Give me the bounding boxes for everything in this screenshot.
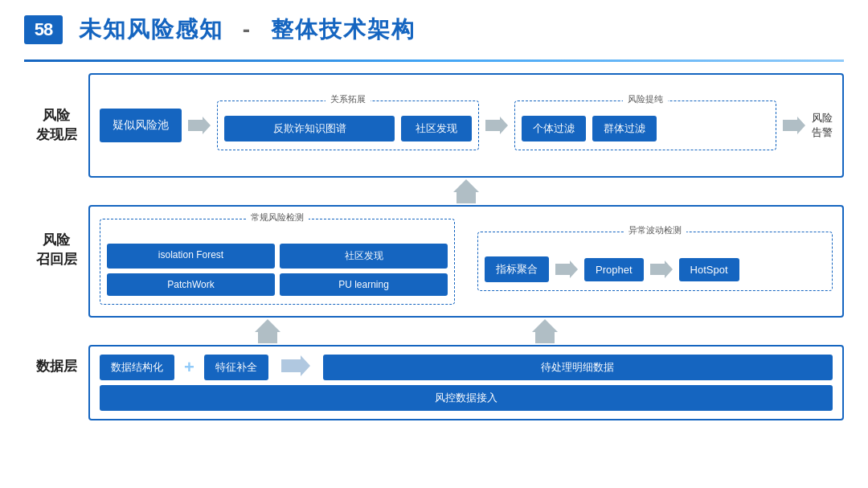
individual-filter-box: 个体过滤 (522, 116, 586, 141)
suspicious-pool-box: 疑似风险池 (100, 109, 182, 142)
data-layer-box: 数据结构化 + 特征补全 待处理明细数据 风控数据接入 (88, 345, 844, 420)
title-post: 整体技术架构 (271, 17, 416, 42)
risk-data-input-box: 风控数据接入 (100, 385, 833, 411)
recall-layer-label: 风险 召回层 (36, 231, 77, 269)
plus-sign: + (181, 357, 198, 378)
relation-expand-title: 关系拓展 (326, 93, 371, 105)
community-detect2-box: 社区发现 (280, 244, 448, 269)
svg-marker-1 (485, 117, 508, 134)
anti-fraud-kg-box: 反欺诈知识图谱 (224, 116, 395, 141)
recall-grid: isolation Forest 社区发现 PatchWork PU learn… (107, 244, 448, 296)
isolation-forest-box: isolation Forest (107, 244, 275, 269)
svg-marker-7 (532, 319, 558, 343)
svg-marker-3 (453, 179, 479, 203)
risk-alert: 风险 告警 (812, 111, 833, 140)
svg-marker-8 (281, 355, 310, 376)
data-row1: 数据结构化 + 特征补全 待处理明细数据 (100, 355, 833, 380)
header-line (24, 59, 844, 62)
patchwork-box: PatchWork (107, 273, 275, 296)
header-title: 未知风险感知 - 整体技术架构 (74, 14, 420, 45)
normal-risk-dashed: 常规风险检测 isolation Forest 社区发现 PatchWork P… (100, 219, 455, 305)
svg-marker-6 (255, 319, 280, 343)
title-dash: - (243, 17, 252, 42)
risk-refine-title: 风险提纯 (623, 93, 668, 105)
data-row2: 风控数据接入 (100, 385, 833, 411)
anomaly-arrow-2 (649, 258, 674, 281)
risk-refine-section: 风险提纯 个体过滤 群体过滤 (514, 100, 776, 150)
data-arrow (275, 355, 317, 379)
arrow-3 (781, 114, 807, 137)
svg-marker-5 (650, 260, 673, 278)
discovery-inner: 疑似风险池 关系拓展 反欺诈知识图谱 社区发现 (100, 100, 833, 150)
labels-column: 风险 发现层 风险 召回层 数据层 (24, 73, 88, 420)
title-pre: 未知风险感知 (79, 17, 223, 42)
up-arrow-3 (532, 319, 558, 343)
anomaly-arrow-1 (554, 258, 579, 281)
prophet-box: Prophet (584, 258, 644, 281)
data-struct-box: 数据结构化 (100, 355, 174, 380)
up-arrows-row (88, 318, 844, 345)
svg-marker-0 (188, 117, 211, 134)
discovery-layer-box: 疑似风险池 关系拓展 反欺诈知识图谱 社区发现 (88, 73, 844, 178)
header: 58 未知风险感知 - 整体技术架构 (24, 14, 844, 45)
svg-marker-2 (783, 117, 805, 134)
relation-expand-section: 关系拓展 反欺诈知识图谱 社区发现 (217, 100, 479, 150)
page: 58 未知风险感知 - 整体技术架构 风险 发现层 风险 召回层 (0, 0, 868, 488)
arrow-2 (484, 114, 510, 137)
logo-58: 58 (24, 15, 63, 44)
up-arrow-1 (88, 178, 844, 205)
discovery-layer-label: 风险 发现层 (36, 106, 77, 145)
arrow-1 (186, 114, 212, 137)
normal-risk-section: 常规风险检测 isolation Forest 社区发现 PatchWork P… (100, 219, 455, 305)
normal-risk-title: 常规风险检测 (246, 211, 309, 223)
recall-layer-box: 常规风险检测 isolation Forest 社区发现 PatchWork P… (88, 205, 844, 318)
pending-data-box: 待处理明细数据 (323, 355, 833, 380)
anomaly-inner: 指标聚合 Prophet (485, 256, 825, 282)
feature-supplement-box: 特征补全 (204, 355, 268, 380)
up-arrow-2 (255, 319, 280, 343)
anomaly-dashed: 异常波动检测 指标聚合 Prophet (477, 232, 833, 291)
community-detect1-box: 社区发现 (401, 116, 472, 141)
hotspot-box: HotSpot (679, 258, 739, 281)
data-layer-label: 数据层 (36, 357, 77, 376)
group-filter-box: 群体过滤 (592, 116, 657, 141)
anomaly-title: 异常波动检测 (624, 224, 686, 236)
metric-cluster-box: 指标聚合 (485, 256, 549, 282)
anomaly-section: 异常波动检测 指标聚合 Prophet (477, 232, 833, 291)
pu-learning-box: PU learning (280, 273, 448, 296)
svg-marker-4 (555, 260, 578, 278)
